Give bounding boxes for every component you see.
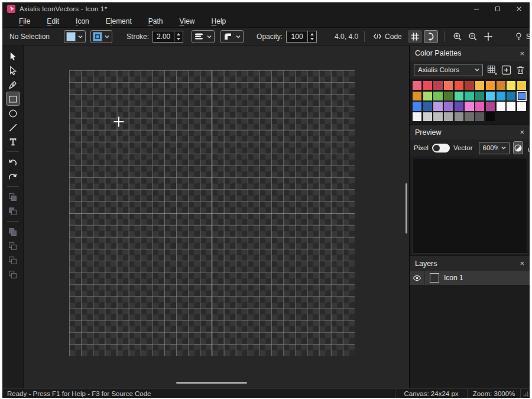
menu-view[interactable]: View [171,15,203,27]
menu-help[interactable]: Help [203,15,235,27]
grid-toggle-button[interactable] [408,30,422,43]
text-tool[interactable] [6,134,20,148]
color-swatch[interactable] [433,92,442,100]
color-swatch[interactable] [486,112,495,121]
color-swatch[interactable] [486,92,495,100]
zoom-in-button[interactable] [450,30,465,43]
opacity-down-button[interactable] [308,37,316,42]
resize-grip[interactable] [520,389,530,398]
pixel-vector-toggle[interactable] [432,144,450,153]
palette-view-button[interactable] [487,65,497,75]
color-swatch[interactable] [517,92,526,100]
color-swatch[interactable] [486,102,495,111]
stroke-width-stepper[interactable]: 2.00 [153,31,183,43]
undo-button[interactable] [6,155,20,169]
ellipse-tool[interactable] [6,106,20,120]
drawing-canvas[interactable] [69,70,355,356]
zoom-out-button[interactable] [466,30,480,43]
color-swatch[interactable] [507,81,515,90]
line-tool[interactable] [6,120,20,134]
minimize-button[interactable] [466,2,487,15]
color-swatch[interactable] [475,102,484,111]
center-canvas-button[interactable] [481,30,495,43]
color-swatch[interactable] [444,112,453,121]
opacity-stepper[interactable]: 100 [286,31,317,43]
color-swatch[interactable] [444,92,453,100]
pf-front-icon [8,192,18,202]
layer-visibility-toggle[interactable] [410,271,425,285]
color-swatch[interactable] [497,81,505,90]
fill-color-dropdown[interactable] [64,30,86,43]
color-swatch[interactable] [465,112,473,121]
preview-canvas [412,158,527,254]
color-swatch[interactable] [423,92,432,100]
close-icon[interactable]: × [520,128,524,136]
color-swatch[interactable] [497,92,505,100]
color-swatch[interactable] [517,81,526,90]
opacity-value[interactable]: 100 [287,31,307,42]
pen-tool[interactable] [6,77,20,92]
delete-palette-button[interactable] [515,65,525,75]
preview-background-button[interactable] [513,141,523,154]
color-swatch[interactable] [444,81,453,90]
close-icon[interactable]: × [520,50,524,57]
add-palette-button[interactable] [501,65,511,75]
stroke-down-button[interactable] [174,37,183,42]
color-swatch[interactable] [455,92,463,100]
direct-select-tool[interactable] [6,63,20,77]
redo-button[interactable] [6,169,20,183]
menu-file[interactable]: File [11,15,38,27]
menu-element[interactable]: Element [98,15,140,27]
snap-toggle-button[interactable] [424,30,438,43]
color-swatch[interactable] [465,102,473,111]
color-swatch[interactable] [497,102,505,111]
color-swatch[interactable] [455,102,463,111]
export-preview-button[interactable] [527,141,530,154]
maximize-button[interactable] [487,2,508,15]
opacity-up-button[interactable] [308,31,316,37]
stroke-width-value[interactable]: 2.00 [153,31,174,42]
color-swatch[interactable] [465,81,473,90]
color-swatch[interactable] [413,92,421,100]
suggest-button[interactable]: Suggest [512,30,530,43]
canvas-area[interactable] [24,46,409,388]
color-swatch[interactable] [444,102,453,111]
color-swatch[interactable] [507,92,515,100]
color-swatch[interactable] [455,112,463,121]
color-swatch[interactable] [455,81,463,90]
color-swatch[interactable] [465,92,473,100]
rectangle-tool[interactable] [6,92,20,106]
palette-select[interactable]: Axialis Colors [414,64,483,76]
layer-row[interactable]: Icon 1 [410,271,530,285]
corner-join-dropdown[interactable] [220,30,244,43]
menu-edit[interactable]: Edit [38,15,67,27]
color-swatch[interactable] [423,81,432,90]
color-swatch[interactable] [433,81,442,90]
preview-zoom-select[interactable]: 600% [479,142,510,154]
menu-path[interactable]: Path [140,15,171,27]
color-swatch[interactable] [423,102,432,111]
color-swatch[interactable] [433,112,442,121]
horizontal-scrollbar[interactable] [176,382,247,384]
color-swatch[interactable] [413,102,421,111]
stroke-color-dropdown[interactable] [90,30,112,43]
color-swatch[interactable] [475,92,484,100]
color-swatch[interactable] [413,81,421,90]
tool-palette [2,46,24,388]
close-icon[interactable]: × [520,259,524,267]
vertical-scrollbar[interactable] [406,183,407,233]
color-swatch[interactable] [433,102,442,111]
color-swatch[interactable] [423,112,432,121]
close-button[interactable] [508,2,530,15]
color-swatch[interactable] [486,81,495,90]
stroke-up-button[interactable] [174,31,183,37]
color-swatch[interactable] [413,112,421,121]
color-swatch[interactable] [475,81,484,90]
color-swatch[interactable] [507,102,515,111]
select-tool[interactable] [6,49,20,63]
code-button[interactable]: Code [371,30,404,43]
stroke-style-dropdown[interactable] [192,30,215,43]
menu-icon[interactable]: Icon [67,15,98,27]
color-swatch[interactable] [517,102,526,111]
color-swatch[interactable] [475,112,484,121]
